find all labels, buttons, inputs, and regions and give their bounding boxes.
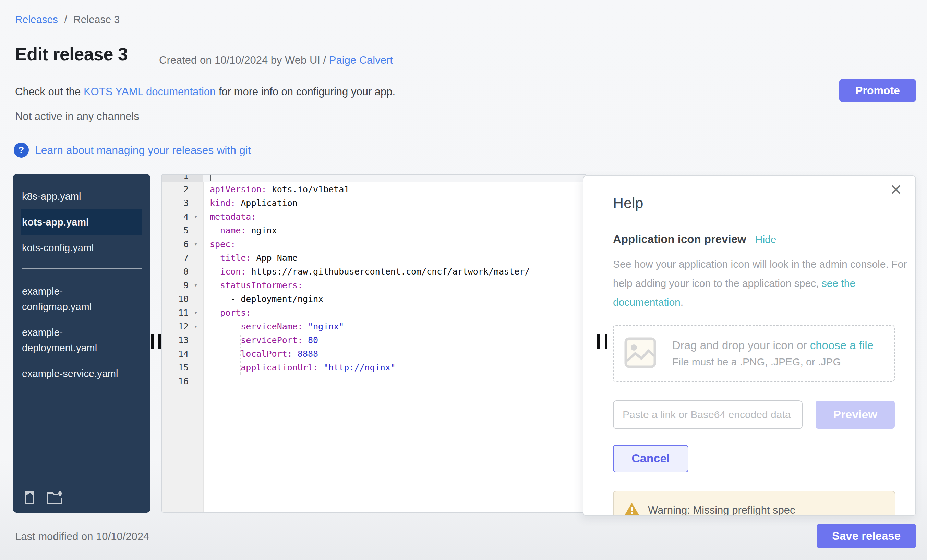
code-line[interactable]: 5 name: nginx <box>162 223 586 237</box>
file-item[interactable]: k8s-app.yaml <box>13 184 150 209</box>
yaml-code-editor[interactable]: 1---2apiVersion: kots.io/v1beta13kind: A… <box>161 174 587 513</box>
code-line[interactable]: 6▾spec: <box>162 237 586 251</box>
icon-drop-zone[interactable]: Drag and drop your icon or choose a file… <box>613 325 895 382</box>
breadcrumb-releases-link[interactable]: Releases <box>15 14 58 25</box>
icon-url-input[interactable] <box>613 400 802 429</box>
file-list: k8s-app.yamlkots-app.yamlkots-config.yam… <box>13 184 150 387</box>
code-line[interactable]: 3kind: Application <box>162 196 586 210</box>
file-tree-panel: k8s-app.yamlkots-app.yamlkots-config.yam… <box>13 174 150 513</box>
code-line[interactable]: 14 localPort: 8888 <box>162 347 586 361</box>
line-number: 6 <box>162 239 188 249</box>
line-number: 4 <box>162 212 188 222</box>
resize-bar <box>605 334 608 349</box>
edit-release-page: Releases / Release 3 Edit release 3 Crea… <box>0 0 927 560</box>
file-item[interactable]: example-deployment.yaml <box>13 320 150 361</box>
code-line[interactable]: 10 - deployment/nginx <box>162 292 586 306</box>
help-panel: ✕ Help Application icon preview Hide See… <box>583 176 916 516</box>
warning-icon <box>624 502 640 516</box>
fold-toggle-icon[interactable]: ▾ <box>188 213 203 220</box>
created-text: Created on 10/10/2024 by Web UI / <box>159 54 326 66</box>
hide-link[interactable]: Hide <box>755 234 777 245</box>
git-releases-link[interactable]: Learn about managing your releases with … <box>35 144 251 156</box>
close-icon[interactable]: ✕ <box>890 182 902 197</box>
drop-zone-label: Drag and drop your icon or choose a file <box>672 339 874 352</box>
cancel-button[interactable]: Cancel <box>613 445 688 472</box>
line-number: 9 <box>162 280 188 290</box>
sidebar-footer <box>22 483 141 507</box>
preview-button[interactable]: Preview <box>816 401 895 429</box>
file-item[interactable]: example-service.yaml <box>13 361 150 387</box>
code-line[interactable]: 13 servicePort: 80 <box>162 333 586 347</box>
created-info: Created on 10/10/2024 by Web UI / Paige … <box>159 54 393 67</box>
breadcrumb: Releases / Release 3 <box>15 14 120 25</box>
file-item[interactable]: example-configmap.yaml <box>13 279 150 320</box>
promote-button[interactable]: Promote <box>839 79 916 102</box>
file-item-selected[interactable]: kots-app.yaml <box>21 209 141 235</box>
pane-resize-handle-left[interactable] <box>151 334 161 349</box>
drop-text: Drag and drop your icon or <box>672 339 810 352</box>
line-number: 2 <box>162 184 188 194</box>
line-number: 14 <box>162 349 188 359</box>
sidebar-divider <box>22 269 141 269</box>
docs-text-pre: Check out the <box>15 86 84 98</box>
git-help-row[interactable]: ? Learn about managing your releases wit… <box>14 143 251 158</box>
help-title: Help <box>613 195 895 211</box>
line-number: 13 <box>162 335 188 345</box>
sidebar-footer-divider <box>22 483 141 483</box>
code-line[interactable]: 2apiVersion: kots.io/v1beta1 <box>162 182 586 196</box>
save-release-button[interactable]: Save release <box>817 524 916 548</box>
preflight-warning-box: Warning: Missing preflight spec Warning … <box>613 491 895 516</box>
resize-bar <box>597 334 600 349</box>
pane-resize-handle-right[interactable] <box>597 334 608 349</box>
file-item[interactable]: kots-config.yaml <box>13 235 150 261</box>
breadcrumb-separator: / <box>64 14 67 25</box>
last-modified-text: Last modified on 10/10/2024 <box>15 531 149 543</box>
code-line[interactable]: 7 title: App Name <box>162 251 586 264</box>
line-number: 1 <box>162 174 188 181</box>
indent-guide <box>240 335 241 375</box>
line-number: 8 <box>162 267 188 276</box>
question-icon: ? <box>14 143 29 158</box>
breadcrumb-current: Release 3 <box>73 14 120 25</box>
line-number: 11 <box>162 308 188 318</box>
fold-toggle-icon[interactable]: ▾ <box>188 323 203 330</box>
code-line[interactable]: 9▾ statusInformers: <box>162 278 586 292</box>
description-text: See how your application icon will look … <box>613 258 907 289</box>
code-rows: 1---2apiVersion: kots.io/v1beta13kind: A… <box>162 174 586 388</box>
warning-title: Warning: Missing preflight spec <box>648 504 795 516</box>
image-placeholder-icon <box>624 337 656 370</box>
code-line[interactable]: 15 applicationUrl: "http://nginx" <box>162 361 586 374</box>
page-title: Edit release 3 <box>15 44 128 64</box>
code-line[interactable]: 12▾ - serviceName: "nginx" <box>162 319 586 333</box>
fold-toggle-icon[interactable]: ▾ <box>188 241 203 247</box>
new-folder-icon[interactable] <box>46 489 63 507</box>
channel-status: Not active in any channels <box>15 110 139 123</box>
line-number: 5 <box>162 226 188 235</box>
icon-preview-title: Application icon preview <box>613 233 746 246</box>
code-line[interactable]: 16 <box>162 374 586 388</box>
code-line[interactable]: 4▾metadata: <box>162 210 586 223</box>
code-line[interactable]: 11▾ ports: <box>162 306 586 319</box>
description-period: . <box>681 296 683 308</box>
code-line[interactable]: 1--- <box>162 174 586 182</box>
code-line[interactable]: 8 icon: https://raw.githubusercontent.co… <box>162 264 586 278</box>
docs-text-post: for more info on configuring your app. <box>216 86 395 98</box>
fold-toggle-icon[interactable]: ▾ <box>188 309 203 316</box>
author-link[interactable]: Paige Calvert <box>329 54 393 66</box>
resize-bar <box>158 334 161 349</box>
line-number: 7 <box>162 253 188 263</box>
line-number: 12 <box>162 322 188 331</box>
docs-line: Check out the KOTS YAML documentation fo… <box>15 86 395 98</box>
line-number: 16 <box>162 376 188 386</box>
choose-file-link[interactable]: choose a file <box>810 339 874 352</box>
file-type-hint: File must be a .PNG, .JPEG, or .JPG <box>672 356 874 368</box>
line-number: 3 <box>162 198 188 208</box>
resize-bar <box>151 334 153 349</box>
fold-toggle-icon[interactable]: ▾ <box>188 282 203 288</box>
line-number: 10 <box>162 294 188 304</box>
new-file-icon[interactable] <box>22 489 37 507</box>
kots-yaml-docs-link[interactable]: KOTS YAML documentation <box>84 86 216 98</box>
icon-preview-description: See how your application icon will look … <box>613 255 915 312</box>
line-number: 15 <box>162 363 188 373</box>
